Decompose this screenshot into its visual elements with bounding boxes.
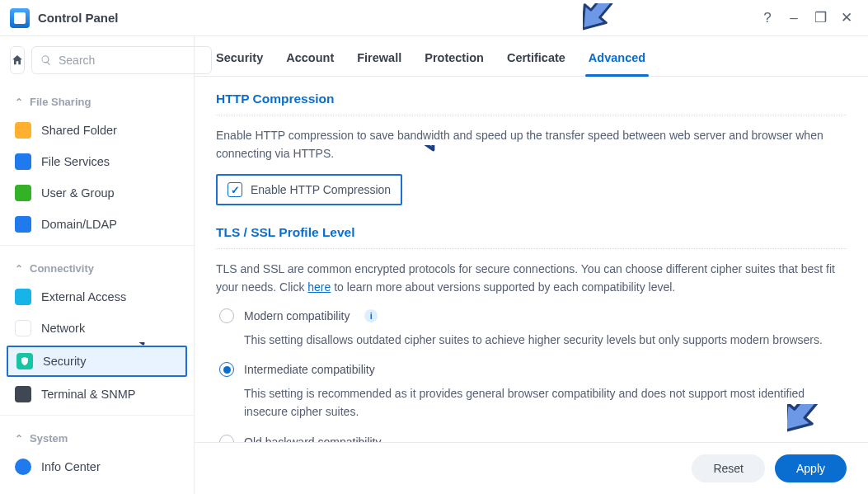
radio-label: Modern compatibility — [244, 309, 350, 322]
sidebar-item-label: Info Center — [41, 460, 101, 473]
search-field[interactable] — [31, 46, 212, 74]
shield-icon — [16, 353, 33, 369]
group-label: System — [30, 432, 68, 445]
reset-button[interactable]: Reset — [692, 454, 765, 482]
link-here[interactable]: here — [307, 280, 331, 294]
user-group-icon — [15, 185, 31, 201]
radio-icon — [219, 435, 234, 442]
sidebar-item-terminal-snmp[interactable]: Terminal & SNMP — [0, 379, 194, 410]
content-area: HTTP Compression Enable HTTP compression… — [195, 77, 868, 442]
sidebar-item-label: User & Group — [41, 186, 115, 200]
tab-advanced[interactable]: Advanced — [589, 51, 645, 76]
home-button[interactable] — [10, 46, 25, 74]
sidebar-item-external-access[interactable]: External Access — [0, 281, 194, 313]
sidebar-item-label: File Services — [41, 155, 110, 168]
radio-icon — [219, 308, 234, 323]
tab-certificate[interactable]: Certificate — [507, 51, 565, 76]
folder-icon — [15, 122, 31, 139]
tab-account[interactable]: Account — [286, 51, 334, 76]
home-icon — [11, 54, 24, 67]
sidebar-item-label: Terminal & SNMP — [41, 388, 135, 401]
radio-option-modern: Modern compatibility i This setting disa… — [216, 308, 847, 351]
apply-button[interactable]: Apply — [775, 454, 847, 482]
sidebar-item-security[interactable]: Security — [7, 346, 187, 377]
sidebar-item-label: External Access — [41, 290, 126, 303]
radio-option-old: Old backward compatibility — [216, 435, 847, 442]
radio-old[interactable]: Old backward compatibility — [219, 435, 847, 442]
section-desc-tls: TLS and SSL are common encrypted protoco… — [216, 261, 847, 296]
radio-desc-intermediate: This setting is recommended as it provid… — [219, 382, 847, 422]
sidebar: ⌃ File Sharing Shared Folder File Servic… — [0, 36, 195, 494]
sidebar-group-system[interactable]: ⌃ System — [0, 421, 194, 451]
divider — [0, 245, 194, 246]
help-button[interactable]: ? — [756, 7, 779, 30]
divider — [0, 415, 194, 416]
checkbox-label: Enable HTTP Compression — [251, 183, 391, 196]
search-input[interactable] — [59, 54, 203, 67]
file-services-icon — [15, 153, 31, 170]
chevron-up-icon: ⌃ — [15, 96, 23, 108]
close-button[interactable]: ✕ — [835, 7, 858, 30]
window-title: Control Panel — [38, 11, 119, 25]
terminal-icon — [15, 386, 31, 402]
radio-label: Intermediate compatibility — [244, 363, 375, 376]
radio-modern[interactable]: Modern compatibility i — [219, 308, 847, 323]
sidebar-item-info-center[interactable]: Info Center — [0, 451, 194, 482]
section-title-tls: TLS / SSL Profile Level — [216, 225, 847, 249]
checkbox-enable-http-compression[interactable]: Enable HTTP Compression — [216, 174, 402, 205]
tab-security[interactable]: Security — [216, 51, 263, 76]
chevron-up-icon: ⌃ — [15, 433, 23, 445]
search-icon — [40, 54, 52, 66]
radio-label: Old backward compatibility — [244, 435, 382, 442]
tls-desc-post: to learn more about versions supported b… — [331, 280, 675, 294]
radio-option-intermediate: Intermediate compatibility This setting … — [216, 362, 847, 422]
minimize-button[interactable]: – — [782, 7, 805, 30]
group-label: File Sharing — [30, 96, 91, 108]
tab-firewall[interactable]: Firewall — [357, 51, 401, 76]
tab-protection[interactable]: Protection — [425, 51, 484, 76]
globe-icon — [15, 289, 31, 305]
sidebar-item-file-services[interactable]: File Services — [0, 146, 194, 177]
sidebar-item-user-group[interactable]: User & Group — [0, 177, 194, 209]
checkbox-icon — [228, 182, 242, 197]
info-icon — [15, 459, 31, 475]
network-icon — [15, 320, 31, 336]
window-titlebar: Control Panel ? – ❐ ✕ — [0, 0, 868, 36]
chevron-up-icon: ⌃ — [15, 263, 23, 275]
tab-bar: Security Account Firewall Protection Cer… — [195, 36, 868, 77]
maximize-button[interactable]: ❐ — [809, 7, 832, 30]
sidebar-item-label: Shared Folder — [41, 124, 117, 137]
sidebar-item-domain-ldap[interactable]: Domain/LDAP — [0, 209, 194, 240]
section-title-http-compression: HTTP Compression — [216, 92, 847, 115]
sidebar-item-network[interactable]: Network — [0, 313, 194, 344]
footer-actions: Reset Apply — [195, 442, 868, 494]
info-icon[interactable]: i — [364, 309, 378, 322]
sidebar-item-label: Network — [41, 322, 85, 335]
domain-icon — [15, 216, 31, 233]
sidebar-item-label: Security — [43, 355, 86, 368]
section-desc-http-compression: Enable HTTP compression to save bandwidt… — [216, 127, 847, 162]
sidebar-group-file-sharing[interactable]: ⌃ File Sharing — [0, 84, 194, 115]
radio-icon — [219, 362, 234, 377]
sidebar-item-shared-folder[interactable]: Shared Folder — [0, 115, 194, 146]
sidebar-group-connectivity[interactable]: ⌃ Connectivity — [0, 251, 194, 281]
group-label: Connectivity — [30, 262, 94, 275]
radio-intermediate[interactable]: Intermediate compatibility — [219, 362, 847, 377]
radio-desc-modern: This setting disallows outdated cipher s… — [219, 328, 847, 351]
sidebar-item-label: Domain/LDAP — [41, 218, 117, 231]
main-panel: Security Account Firewall Protection Cer… — [195, 36, 868, 494]
app-icon — [10, 8, 30, 28]
